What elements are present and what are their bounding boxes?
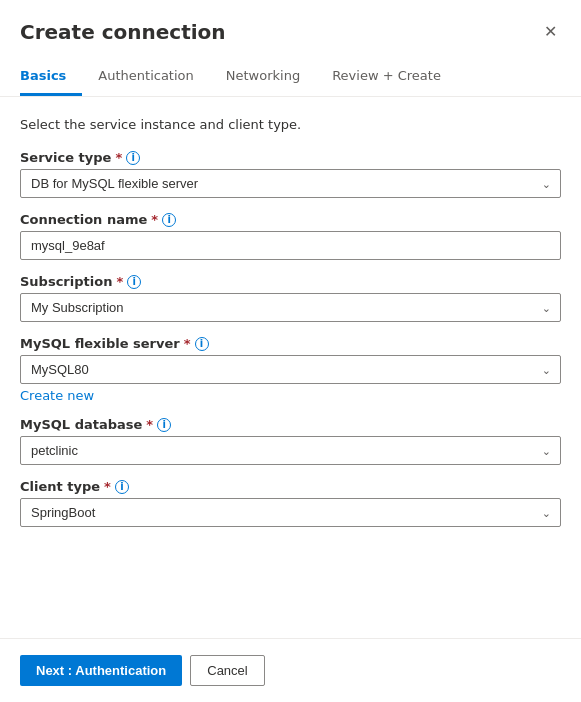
mysql-server-info-icon: i [195, 337, 209, 351]
mysql-server-dropdown-wrapper: MySQL80 ⌄ [20, 355, 561, 384]
subscription-info-icon: i [127, 275, 141, 289]
mysql-database-dropdown[interactable]: petclinic [20, 436, 561, 465]
subscription-label: Subscription * i [20, 274, 561, 289]
connection-name-info-icon: i [162, 213, 176, 227]
client-type-dropdown[interactable]: SpringBoot [20, 498, 561, 527]
client-type-dropdown-wrapper: SpringBoot ⌄ [20, 498, 561, 527]
connection-name-input[interactable] [20, 231, 561, 260]
mysql-database-label-text: MySQL database [20, 417, 142, 432]
tab-review-create[interactable]: Review + Create [316, 60, 457, 96]
mysql-database-info-icon: i [157, 418, 171, 432]
tab-basics[interactable]: Basics [20, 60, 82, 96]
tab-bar: Basics Authentication Networking Review … [0, 44, 581, 97]
section-description: Select the service instance and client t… [20, 117, 561, 132]
tab-authentication[interactable]: Authentication [82, 60, 209, 96]
mysql-database-required: * [146, 417, 153, 432]
service-type-dropdown[interactable]: DB for MySQL flexible server [20, 169, 561, 198]
connection-name-required: * [151, 212, 158, 227]
dialog-title: Create connection [20, 20, 226, 44]
service-type-required: * [115, 150, 122, 165]
service-type-label-text: Service type [20, 150, 111, 165]
dialog-body: Select the service instance and client t… [0, 97, 581, 638]
connection-name-label: Connection name * i [20, 212, 561, 227]
connection-name-field: Connection name * i [20, 212, 561, 260]
mysql-database-field: MySQL database * i petclinic ⌄ [20, 417, 561, 465]
service-type-field: Service type * i DB for MySQL flexible s… [20, 150, 561, 198]
create-connection-dialog: Create connection ✕ Basics Authenticatio… [0, 0, 581, 702]
mysql-server-dropdown[interactable]: MySQL80 [20, 355, 561, 384]
subscription-dropdown-wrapper: My Subscription ⌄ [20, 293, 561, 322]
cancel-button[interactable]: Cancel [190, 655, 264, 686]
client-type-label-text: Client type [20, 479, 100, 494]
close-button[interactable]: ✕ [540, 20, 561, 44]
mysql-server-required: * [184, 336, 191, 351]
mysql-database-label: MySQL database * i [20, 417, 561, 432]
subscription-field: Subscription * i My Subscription ⌄ [20, 274, 561, 322]
subscription-required: * [116, 274, 123, 289]
client-type-required: * [104, 479, 111, 494]
service-type-dropdown-wrapper: DB for MySQL flexible server ⌄ [20, 169, 561, 198]
service-type-label: Service type * i [20, 150, 561, 165]
connection-name-label-text: Connection name [20, 212, 147, 227]
client-type-field: Client type * i SpringBoot ⌄ [20, 479, 561, 527]
mysql-server-label-text: MySQL flexible server [20, 336, 180, 351]
service-type-info-icon: i [126, 151, 140, 165]
dialog-header: Create connection ✕ [0, 0, 581, 44]
dialog-footer: Next : Authentication Cancel [0, 638, 581, 702]
tab-networking[interactable]: Networking [210, 60, 316, 96]
subscription-label-text: Subscription [20, 274, 112, 289]
mysql-server-field: MySQL flexible server * i MySQL80 ⌄ Crea… [20, 336, 561, 403]
client-type-info-icon: i [115, 480, 129, 494]
create-new-link[interactable]: Create new [20, 388, 94, 403]
next-authentication-button[interactable]: Next : Authentication [20, 655, 182, 686]
subscription-dropdown[interactable]: My Subscription [20, 293, 561, 322]
mysql-database-dropdown-wrapper: petclinic ⌄ [20, 436, 561, 465]
mysql-server-label: MySQL flexible server * i [20, 336, 561, 351]
client-type-label: Client type * i [20, 479, 561, 494]
